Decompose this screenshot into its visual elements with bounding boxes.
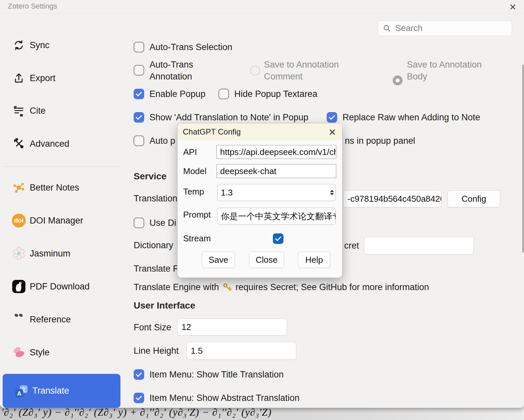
- translation-label: Translation: [134, 194, 178, 204]
- enable-popup-label: Enable Popup: [149, 89, 206, 99]
- line-height-label: Line Height: [134, 346, 179, 356]
- save-to-annotation-comment-radio[interactable]: [250, 66, 260, 75]
- close-button[interactable]: Close: [249, 252, 284, 268]
- sidebar-item-label: Translate: [32, 386, 69, 396]
- temp-label: Temp: [183, 187, 204, 197]
- auto-trans-annotation-checkbox[interactable]: [134, 65, 144, 75]
- dialog-titlebar[interactable]: ChatGPT Config: [178, 123, 342, 140]
- export-icon: [11, 71, 26, 86]
- show-add-translation-label: Show 'Add Translation to Note' in Popup: [149, 112, 309, 123]
- dictionary-label: Dictionary: [134, 240, 173, 251]
- svg-text:A: A: [17, 390, 21, 397]
- sidebar-item-export[interactable]: Export: [0, 70, 120, 86]
- sidebar-item-label: Sync: [30, 40, 49, 50]
- window-close-icon[interactable]: ✕: [506, 1, 519, 13]
- enable-popup-checkbox[interactable]: [134, 89, 144, 99]
- save-body-line1: Save to Annotation: [407, 59, 482, 71]
- save-to-annotation-body-label: Save to Annotation Body: [407, 59, 482, 82]
- replace-raw-checkbox[interactable]: [327, 112, 337, 123]
- hide-popup-textarea-checkbox[interactable]: [218, 89, 229, 99]
- use-dict-checkbox[interactable]: [134, 218, 144, 228]
- translation-secret-input[interactable]: -c978194b564c450a8426: [343, 190, 442, 207]
- save-body-line2: Body: [407, 71, 482, 82]
- background-math-formula: ′∂₂′ (Z∂₃′ y) − ∂₁′′∂₂′ (Z∂₃′ y) + ∂₁′′∂…: [1, 406, 272, 418]
- user-interface-section-header: User Interface: [134, 300, 195, 311]
- hide-popup-textarea-label: Hide Popup Textarea: [234, 89, 317, 99]
- background-document: ′∂₂′ (Z∂₃′ y) − ∂₁′′∂₂′ (Z∂₃′ y) + ∂₁′′∂…: [0, 408, 524, 420]
- dialog-close-icon[interactable]: ✕: [326, 126, 339, 138]
- pdf-download-penguin-icon: [11, 279, 26, 294]
- search-input[interactable]: Search: [378, 20, 512, 36]
- font-size-input[interactable]: 12: [177, 318, 287, 336]
- cite-icon: [11, 103, 26, 118]
- help-button[interactable]: Help: [298, 252, 330, 268]
- api-label: API: [183, 147, 197, 157]
- sidebar-item-jasminum[interactable]: Jasminum: [0, 246, 120, 261]
- sidebar-item-translate-selected[interactable]: 文 A Translate: [3, 374, 120, 408]
- sidebar-item-pdf-download[interactable]: PDF Download: [0, 279, 120, 294]
- item-menu-title-checkbox[interactable]: [134, 369, 144, 380]
- dictionary-secret-input[interactable]: [364, 237, 474, 255]
- sidebar-item-style[interactable]: Style: [0, 345, 120, 360]
- sidebar-item-label: Export: [30, 73, 55, 83]
- save-comment-line1: Save to Annotation: [264, 59, 339, 71]
- sidebar-item-cite[interactable]: Cite: [0, 103, 120, 119]
- item-menu-abstract-checkbox[interactable]: [134, 393, 144, 403]
- style-petals-icon: [11, 345, 26, 360]
- auto-trans-selection-label: Auto-Trans Selection: [149, 42, 232, 52]
- sidebar-item-sync[interactable]: Sync: [0, 37, 120, 53]
- save-comment-line2: Comment: [264, 71, 339, 82]
- prompt-input[interactable]: 你是一个中英文学术论文翻译专: [217, 208, 336, 225]
- auto-trans-annotation-line2: Annotation: [149, 71, 193, 82]
- stream-label: Stream: [183, 233, 211, 244]
- key-icon: [222, 283, 232, 292]
- font-size-label: Font Size: [134, 322, 171, 333]
- doi-badge-text: doi: [14, 217, 24, 224]
- temp-spinner[interactable]: [330, 190, 334, 195]
- auto-popup-label-fragment: Auto p: [149, 136, 175, 146]
- sidebar-item-label: Reference: [30, 315, 71, 325]
- dialog-title: ChatGPT Config: [183, 127, 241, 136]
- auto-popup-checkbox[interactable]: [134, 135, 144, 146]
- popup-panel-label-fragment: ns in popup panel: [345, 136, 415, 146]
- sidebar-item-doi-manager[interactable]: doi DOI Manager: [0, 213, 120, 228]
- secret-label-fragment: cret: [344, 241, 359, 251]
- reference-quote-icon: “: [11, 312, 26, 327]
- sidebar-item-advanced[interactable]: Advanced: [0, 136, 120, 152]
- translate-icon: 文 A: [14, 384, 29, 399]
- sidebar-item-label: Advanced: [30, 139, 69, 149]
- temp-value: 1.3: [221, 188, 233, 198]
- engine-note-post: requires Secret; See GitHub for more inf…: [236, 282, 429, 292]
- model-input[interactable]: deepseek-chat: [216, 164, 336, 178]
- translate-f-label-fragment: Translate F: [134, 264, 179, 274]
- quote-glyph: “: [14, 314, 24, 325]
- window-title: Zotero Settings: [8, 2, 57, 11]
- zotero-settings-window: Zotero Settings ✕ Search Sync Export: [0, 0, 524, 408]
- model-label: Model: [183, 166, 207, 176]
- save-button[interactable]: Save: [202, 252, 235, 268]
- temp-input[interactable]: 1.3: [217, 184, 336, 201]
- use-dict-label-fragment: Use Di: [149, 218, 176, 228]
- show-add-translation-checkbox[interactable]: [134, 112, 144, 123]
- jasminum-flower-icon: [11, 246, 26, 261]
- sidebar-item-label: PDF Download: [30, 282, 90, 292]
- sidebar-item-label: DOI Manager: [30, 216, 83, 226]
- auto-trans-selection-checkbox[interactable]: [134, 42, 144, 52]
- api-input[interactable]: https://api.deepseek.com/v1/ch: [216, 145, 336, 159]
- stream-checkbox[interactable]: [273, 233, 283, 244]
- auto-trans-annotation-label: Auto-Trans Annotation: [149, 59, 193, 82]
- save-to-annotation-comment-label: Save to Annotation Comment: [264, 59, 339, 82]
- sidebar-item-label: Better Notes: [30, 183, 79, 193]
- item-menu-title-label: Item Menu: Show Title Translation: [149, 370, 284, 380]
- replace-raw-label: Replace Raw when Adding to Note: [343, 112, 480, 123]
- vertical-scrollbar[interactable]: [522, 65, 524, 253]
- prompt-label: Prompt: [183, 210, 211, 220]
- sidebar-item-better-notes[interactable]: Better Notes: [0, 180, 120, 195]
- config-button[interactable]: Config: [447, 190, 500, 207]
- doi-icon: doi: [11, 213, 26, 228]
- sidebar-item-reference[interactable]: “ Reference: [0, 312, 120, 327]
- save-to-annotation-body-radio[interactable]: [393, 75, 403, 85]
- sidebar-item-label: Jasminum: [30, 249, 70, 259]
- chatgpt-config-dialog: ChatGPT Config ✕ API https://api.deepsee…: [177, 123, 343, 278]
- line-height-input[interactable]: 1.5: [186, 342, 296, 360]
